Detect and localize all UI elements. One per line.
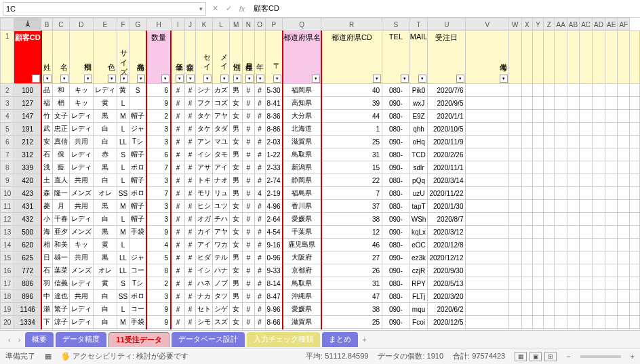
- spreadsheet-grid[interactable]: A↓BCDEFGHIJKLMNOPQRSTUVWXYZAAABACADAEAF …: [0, 18, 640, 329]
- hdr-s: TEL▾: [382, 31, 410, 84]
- hdr-t: MAIL▾: [409, 31, 428, 84]
- table-row[interactable]: 16772石葉菜メンズオレLLコー8##イシハナ女##9-33京都府26090-…: [1, 264, 640, 277]
- table-row[interactable]: 18896中達也共用白SSポロ3##ナカタツ男##8-47沖縄県47080-FL…: [1, 290, 640, 303]
- status-bar: 準備完了 ▦ 🖐 アクセシビリティ: 検討が必要です 平均: 51112.845…: [0, 348, 640, 364]
- table-row[interactable]: 3127福梢キッ黄L9##フクコズ女##8-41高知県39090-wxJ2020…: [1, 97, 640, 110]
- header-row: 1 顧客CD▾ 姓▾ 名▾ 種別▾ 色▾ サイズ▾ 商品名▾ 数量▾ 単価▾ 金…: [1, 31, 640, 84]
- hdr-q: 都道府県名▾: [283, 31, 321, 84]
- table-row[interactable]: 201334下涼子レディ白M手袋9##シモスズ女##8-66滋賀県25090-F…: [1, 316, 640, 329]
- table-row[interactable]: 17806羽信義レディ黄STシ2##ハネノブ男##8-14鳥取県31080-RP…: [1, 277, 640, 290]
- table-row[interactable]: 10423森隆一メンズオレSSポロ7##モリリュ男#42-19福島県7080-u…: [1, 187, 640, 200]
- hdr-d: 種別▾: [69, 31, 93, 84]
- record-icon: ▦: [45, 352, 52, 361]
- table-row[interactable]: 13500海亜夕メンズ黒M手袋9##カイアヤ女##4-54千葉県12090-kq…: [1, 226, 640, 239]
- hdr-n: 生年月日▾: [243, 31, 254, 84]
- hdr-m: 性別▾: [230, 31, 243, 84]
- table-row[interactable]: 11431菱月共用黒M帽子3##ヒシユツ女##4-96香川県37080-tapT…: [1, 200, 640, 213]
- hdr-o: 年▾: [254, 31, 265, 84]
- table-row[interactable]: 12432小千春レディ白L帽子3##オガチハ女##2-64愛媛県38090-WS…: [1, 213, 640, 226]
- sheet-tab[interactable]: 11受注データ: [108, 332, 169, 347]
- chevron-down-icon[interactable]: ▾: [199, 5, 203, 12]
- sheet-tab[interactable]: 概要: [25, 332, 54, 347]
- table-row[interactable]: 7312石保レディ赤S帽子6##イシタモ男##1-22鳥取県31080-TCD2…: [1, 148, 640, 161]
- hdr-i: 単価▾: [171, 31, 185, 84]
- view-normal-icon[interactable]: ▦: [515, 352, 527, 361]
- hdr-g: 商品名▾: [129, 31, 147, 84]
- hdr-p: 〒▾: [265, 31, 283, 84]
- table-row[interactable]: 9420土直人共用白L帽子3##トキナオ男##2-74静岡県22080-pQq2…: [1, 174, 640, 187]
- tab-add[interactable]: +: [360, 336, 369, 344]
- hdr-a: 顧客CD▾: [14, 31, 41, 84]
- hdr-v: 備考▾: [466, 31, 509, 84]
- view-break-icon[interactable]: ⊞: [544, 352, 557, 361]
- table-row[interactable]: 5191武忠正レディ白Lジャ3##タケタダ男##8-86北海道1080-qhh2…: [1, 123, 640, 136]
- hdr-f: サイズ▾: [117, 31, 129, 84]
- zoom-slider[interactable]: [580, 355, 621, 358]
- hdr-c: 名▾: [52, 31, 69, 84]
- zoom-in[interactable]: +: [631, 352, 635, 361]
- sheet-tab[interactable]: データ精度: [56, 332, 106, 347]
- hdr-b: 姓▾: [41, 31, 53, 84]
- table-row[interactable]: 6212安真信共用白LLTシ3##アンマユ女##2-03滋賀県25090-oHq…: [1, 136, 640, 148]
- fx-icon[interactable]: fx: [236, 3, 248, 15]
- name-box[interactable]: 1C▾: [3, 2, 206, 16]
- hdr-k: セイ▾: [196, 31, 213, 84]
- hdr-j: 金額▾: [185, 31, 196, 84]
- view-layout-icon[interactable]: ▣: [529, 352, 542, 361]
- filter-icon[interactable]: ▾: [32, 75, 40, 83]
- table-row[interactable]: 211397大彩花メンズオレMジャ4##オオリオ女##9-70埼玉県11090-…: [1, 329, 640, 330]
- table-row[interactable]: 15625日雄一共用黒LLジャ5##ヒダテル男##0-96大阪府27090-ez…: [1, 251, 640, 264]
- sheet-tabs: ‹ › 概要データ精度11受注データデータベース設計入力チェック種類まとめ +: [0, 330, 640, 348]
- table-row[interactable]: 4147竹文子レディ黒M帽子2##タケアヤ女##8-36大分県44080-E9Z…: [1, 110, 640, 123]
- table-row[interactable]: 191146瀬繁子レディ白Lコー9##セトシゲ女##9-96愛媛県38090-m…: [1, 303, 640, 316]
- hdr-e: 色▾: [93, 31, 117, 84]
- cancel-icon[interactable]: ✕: [209, 3, 221, 15]
- hdr-r: 都道府県CD▾: [321, 31, 382, 84]
- hdr-l: メイ▾: [213, 31, 230, 84]
- tab-prev[interactable]: ‹: [5, 336, 14, 344]
- hdr-u: 受注日▾: [428, 31, 466, 84]
- formula-bar[interactable]: 顧客CD: [251, 2, 637, 16]
- hdr-h: 数量▾: [146, 31, 171, 84]
- table-row[interactable]: 14620相和美キッ黄L4##アイワカ女##9-16鹿児島県46080-eOC2…: [1, 239, 640, 251]
- table-row[interactable]: 8339浅藍レディ黒Lポロ7##アサアイ女##2-33新潟県15090-sdlr…: [1, 161, 640, 174]
- sheet-tab[interactable]: データベース設計: [172, 332, 245, 347]
- zoom-out[interactable]: −: [566, 352, 570, 361]
- table-row[interactable]: 2100品和キッレディ黄S6##シナカズ男##5-30福岡県40080-Pik0…: [1, 84, 640, 97]
- column-headers: A↓BCDEFGHIJKLMNOPQRSTUVWXYZAAABACADAEAF: [1, 18, 640, 31]
- accept-icon[interactable]: ✓: [222, 3, 235, 15]
- sheet-tab[interactable]: 入力チェック種類: [247, 332, 320, 347]
- sheet-tab[interactable]: まとめ: [322, 332, 358, 347]
- tab-next[interactable]: ›: [16, 336, 24, 344]
